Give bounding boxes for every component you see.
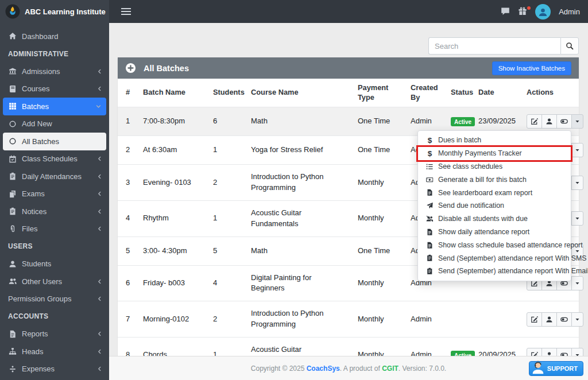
sidebar-item-all-batches[interactable]: All Batches	[3, 133, 106, 150]
menu-item-label: Dues in batch	[438, 136, 481, 144]
sidebar-item-class-schedules[interactable]: Class Schedules	[0, 150, 109, 168]
cell-payment-type: Monthly	[352, 200, 405, 236]
cell-batch-name: Friday- b003	[137, 265, 207, 301]
menu-item-show-class-schedule-based-attendance-report[interactable]: Show class schedule based attendance rep…	[418, 238, 571, 251]
cell-course-name: Yoga for Stress Relief	[245, 136, 352, 165]
sidebar-item-daily-attendances[interactable]: Daily Attendances	[0, 168, 109, 185]
more-actions-button[interactable]	[571, 276, 583, 290]
edit-button[interactable]	[527, 114, 542, 129]
sidebar-item-notices[interactable]: Notices	[0, 203, 109, 220]
support-button[interactable]: SUPPORT	[529, 361, 583, 376]
coachsys-link[interactable]: CoachSys	[307, 365, 340, 373]
cell-students: 6	[207, 107, 245, 136]
sidebar-item-expenses[interactable]: Expenses	[0, 360, 109, 378]
cell-number: 7	[118, 301, 137, 338]
menu-item-see-class-schedules[interactable]: See class schedules	[418, 160, 571, 173]
search-bar	[428, 37, 579, 55]
toggle-status-button[interactable]	[556, 312, 572, 327]
sidebar-item-courses[interactable]: Courses	[0, 80, 109, 98]
menu-item-show-daily-attendance-report[interactable]: Show daily attendance report	[418, 226, 571, 239]
edit-button[interactable]	[527, 312, 542, 327]
cell-payment-type: Monthly	[352, 301, 405, 338]
radio-icon	[8, 120, 17, 128]
sidebar-item-reports[interactable]: Reports	[0, 325, 109, 343]
cell-payment-type: One Time	[352, 236, 405, 265]
sidebar-item-batches[interactable]: Batches	[3, 98, 106, 115]
menu-item-label: Show daily attendance report	[438, 228, 529, 236]
users-slash-icon	[425, 215, 434, 223]
file-icon	[425, 228, 434, 236]
more-actions-button[interactable]	[571, 114, 583, 129]
menu-item-send-due-notification[interactable]: Send due notification	[418, 199, 571, 212]
row-actions	[527, 114, 583, 129]
sidebar-item-files[interactable]: Files	[0, 220, 109, 238]
home-icon	[8, 32, 17, 40]
sidebar-item-other-users[interactable]: Other Users	[0, 273, 109, 290]
sidebar: DashboardADMINISTRATIVEAdmissionsCourses…	[0, 23, 109, 380]
menu-item-dues-in-batch[interactable]: $Dues in batch	[418, 134, 571, 147]
sidebar-section-administrative: ADMINISTRATIVE	[0, 45, 109, 63]
sidebar-item-students[interactable]: Students	[0, 255, 109, 273]
menu-item-see-learderboard-exam-report[interactable]: See learderboard exam report	[418, 186, 571, 199]
menu-item-monthly-payments-tracker[interactable]: $Monthly Payments Tracker	[418, 147, 571, 160]
sidebar-item-label: Permission Groups	[8, 294, 72, 303]
cell-course-name: Digital Painting for Beginners	[245, 265, 352, 301]
menu-item-send-september-attendance-report-with-sms[interactable]: Send (September) attendance report With …	[418, 251, 571, 265]
cell-batch-name: At 6:30am	[137, 136, 207, 165]
chevron-left-icon	[97, 69, 102, 74]
search-icon	[566, 42, 574, 50]
sidebar-toggle-button[interactable]	[118, 7, 134, 15]
search-button[interactable]	[560, 37, 579, 55]
cell-course-name: Math	[245, 107, 352, 136]
user-icon	[8, 260, 17, 268]
show-inactive-batches-button[interactable]: Show Inactive Batches	[492, 61, 571, 75]
column-header-num: #	[118, 79, 137, 107]
cell-students: 4	[207, 265, 245, 301]
more-actions-button[interactable]	[571, 143, 583, 157]
menu-item-disable-all-students-with-due[interactable]: Disable all students with due	[418, 212, 571, 226]
more-actions-button[interactable]	[571, 312, 583, 327]
avatar[interactable]	[535, 4, 551, 20]
batch-students-button[interactable]	[541, 312, 557, 327]
brand[interactable]: ABC Learning Institute	[0, 0, 109, 23]
gift-icon[interactable]	[518, 7, 527, 16]
add-batch-icon[interactable]	[125, 63, 136, 73]
cell-students: 1	[207, 200, 245, 236]
cell-number: 6	[118, 265, 137, 301]
more-actions-button[interactable]	[571, 176, 583, 190]
sidebar-item-admissions[interactable]: Admissions	[0, 63, 109, 80]
sidebar-item-permission-groups[interactable]: Permission Groups	[0, 290, 109, 308]
sidebar-item-label: Notices	[22, 207, 47, 216]
toggle-status-button[interactable]	[556, 114, 572, 129]
menu-item-send-september-attendance-report-with-email[interactable]: Send (September) attendance report With …	[418, 265, 571, 278]
sidebar-item-heads[interactable]: Heads	[0, 343, 109, 360]
username[interactable]: Admin	[559, 7, 580, 16]
sidebar-item-dashboard[interactable]: Dashboard	[0, 28, 109, 45]
cell-batch-name: Morning-0102	[137, 301, 207, 338]
chevron-left-icon	[97, 349, 102, 354]
cell-number: 1	[118, 107, 137, 136]
sidebar-item-label: Exams	[22, 189, 45, 198]
cell-payment-type: One Time	[352, 136, 405, 165]
menu-item-label: See learderboard exam report	[438, 189, 532, 197]
menu-item-label: See class schedules	[438, 162, 502, 170]
sidebar-item-label: Courses	[22, 84, 49, 93]
menu-item-generate-a-bill-for-this-batch[interactable]: Generate a bill for this batch	[418, 173, 571, 186]
more-actions-button[interactable]	[571, 211, 583, 226]
paper-plane-icon	[425, 202, 434, 210]
messages-icon[interactable]	[501, 7, 510, 16]
sidebar-item-add-new[interactable]: Add New	[0, 115, 109, 133]
sidebar-item-exams[interactable]: Exams	[0, 185, 109, 203]
batch-students-button[interactable]	[541, 114, 557, 129]
topbar-right: Admin	[501, 4, 588, 20]
panel-title: All Batches	[144, 64, 189, 73]
hamburger-icon	[121, 11, 131, 12]
cell-number: 4	[118, 200, 137, 236]
bank-icon	[8, 67, 17, 75]
cgit-link[interactable]: CGIT	[382, 365, 399, 373]
search-input[interactable]	[428, 37, 560, 55]
list-icon	[425, 163, 434, 170]
batch-actions-menu: $Dues in batch$Monthly Payments TrackerS…	[417, 130, 571, 281]
support-label: SUPPORT	[547, 365, 578, 372]
support-agent-icon	[530, 359, 546, 375]
